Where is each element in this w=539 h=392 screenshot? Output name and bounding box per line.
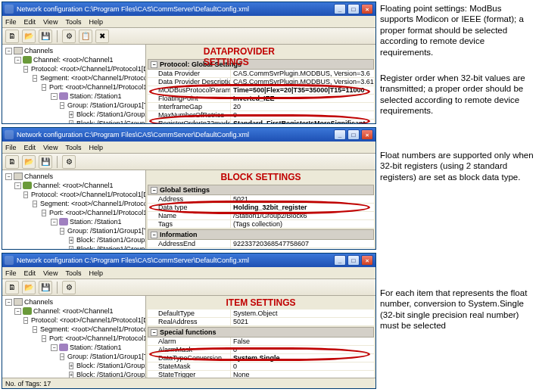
maximize-button[interactable]: □	[347, 129, 360, 140]
save-button[interactable]: 💾	[39, 155, 52, 169]
property-row[interactable]: AddressEnd92233720368547758607	[148, 240, 374, 248]
window-titlebar[interactable]: Network configuration C:\Program Files\C…	[2, 2, 375, 16]
property-row[interactable]: MODBusProtocolParametersTime=500|Flex=20…	[148, 86, 374, 95]
property-value[interactable]: System.Single	[231, 354, 374, 362]
window-title: Network configuration C:\Program Files\C…	[17, 257, 334, 264]
property-value[interactable]: 5021	[231, 318, 374, 325]
menu-file[interactable]: File	[5, 269, 17, 277]
property-value[interactable]: (Tags collection)	[231, 220, 374, 228]
property-value[interactable]: /Station1/Group2/Block6	[231, 212, 374, 219]
tool-button[interactable]: ⚙	[62, 155, 76, 169]
open-button[interactable]: 📂	[22, 30, 36, 43]
property-value[interactable]: Standard_FirstRegisterIsMoreSignificant	[231, 120, 374, 123]
property-row[interactable]: AlarmMask0	[148, 346, 374, 354]
close-button[interactable]: ×	[361, 4, 373, 14]
property-name: DefaultType	[148, 310, 231, 317]
minimize-button[interactable]: _	[334, 4, 346, 14]
close-button[interactable]: ×	[361, 129, 373, 140]
property-row[interactable]: DefaultTypeSystem.Object	[148, 310, 374, 318]
menu-help[interactable]: Help	[89, 144, 103, 151]
nav-tree[interactable]: −Channels −Channel: <root>/Channel1 −Pro…	[2, 45, 146, 123]
property-row[interactable]: StateTriggerNone	[148, 371, 374, 378]
property-value[interactable]: 0	[231, 248, 374, 249]
property-value[interactable]: System.Object	[231, 310, 374, 317]
close-button[interactable]: ×	[361, 255, 373, 266]
nav-tree[interactable]: −Channels −Channel: <root>/Channel1 −Pro…	[2, 296, 146, 378]
menu-bar: File Edit View Tools Help	[2, 142, 375, 154]
property-row[interactable]: Name/Station1/Group2/Block6	[148, 212, 374, 220]
maximize-button[interactable]: □	[347, 4, 360, 14]
menu-tools[interactable]: Tools	[65, 18, 81, 26]
new-button[interactable]: 🗎	[5, 281, 19, 294]
property-row[interactable]: StateMask0	[148, 362, 374, 371]
property-row[interactable]: RealAddress5021	[148, 318, 374, 326]
open-button[interactable]: 📂	[22, 155, 36, 169]
menu-view[interactable]: View	[43, 144, 58, 151]
property-value[interactable]: 0	[231, 362, 374, 370]
property-row[interactable]: InterframeGap20	[148, 103, 374, 111]
menu-edit[interactable]: Edit	[24, 18, 36, 26]
property-row[interactable]: DataTypeConversionSystem.Single	[148, 354, 374, 362]
property-value[interactable]: 0	[231, 111, 374, 119]
property-value[interactable]: Time=500|Flex=20|T35=35000|T15=11000	[231, 86, 374, 94]
property-value[interactable]: False	[231, 338, 374, 345]
property-value[interactable]: 5021	[231, 195, 374, 203]
menu-view[interactable]: View	[43, 18, 58, 26]
tool-button[interactable]: ⚙	[62, 30, 76, 43]
menu-file[interactable]: File	[5, 144, 17, 151]
property-group-header[interactable]: −Global Settings	[148, 185, 374, 195]
menu-edit[interactable]: Edit	[24, 144, 36, 151]
tool-button[interactable]: 📋	[79, 30, 92, 43]
property-value[interactable]: Holding_32bit_register	[231, 204, 374, 211]
property-row[interactable]: RegisterOrderIn32modeStandard_FirstRegis…	[148, 120, 374, 123]
property-group-header[interactable]: −Protocol: Global Settings	[148, 59, 374, 70]
new-button[interactable]: 🗎	[5, 30, 19, 43]
window-titlebar[interactable]: Network configuration C:\Program Files\C…	[2, 128, 375, 142]
property-name: AlarmMask	[148, 346, 231, 353]
property-row[interactable]: AlarmFalse	[148, 338, 374, 346]
property-grid: DATAPROVIDER SETTINGS −Protocol: Global …	[146, 45, 375, 123]
property-value[interactable]: 20	[231, 103, 374, 110]
new-button[interactable]: 🗎	[5, 155, 19, 169]
property-value[interactable]: None	[231, 371, 374, 378]
window-title: Network configuration C:\Program Files\C…	[17, 5, 334, 13]
property-row[interactable]: Data ProviderCAS.CommSvrPlugin.MODBUS, V…	[148, 70, 374, 78]
property-row[interactable]: FloatingPointInverted_IEE	[148, 95, 374, 103]
property-row[interactable]: Tags(Tags collection)	[148, 220, 374, 229]
property-value[interactable]: 92233720368547758607	[231, 240, 374, 247]
window-titlebar[interactable]: Network configuration C:\Program Files\C…	[2, 254, 375, 267]
property-grid: ITEM SETTINGS DefaultTypeSystem.ObjectRe…	[146, 296, 375, 378]
save-button[interactable]: 💾	[39, 281, 52, 294]
property-name: StateMask	[148, 362, 231, 370]
tool-button[interactable]: ✖	[95, 30, 109, 43]
property-name: Tags	[148, 220, 231, 228]
property-name: RealAddress	[148, 318, 231, 325]
menu-tools[interactable]: Tools	[65, 144, 81, 151]
nav-tree[interactable]: −Channels −Channel: <root>/Channel1 −Pro…	[2, 170, 146, 249]
tool-button[interactable]: ⚙	[62, 281, 76, 294]
menu-help[interactable]: Help	[89, 269, 103, 277]
annotation-text: For each item that represents the float …	[380, 288, 536, 331]
property-value[interactable]: CAS.CommSvrPlugin.MODBUS, Version=3.61.0…	[231, 78, 374, 86]
menu-tools[interactable]: Tools	[65, 269, 81, 277]
property-value[interactable]: Inverted_IEE	[231, 95, 374, 102]
minimize-button[interactable]: _	[334, 255, 346, 266]
menu-edit[interactable]: Edit	[24, 269, 36, 277]
property-row[interactable]: MaxNumberOfRetries0	[148, 111, 374, 120]
property-value[interactable]: CAS.CommSvrPlugin.MODBUS, Version=3.6	[231, 70, 374, 77]
menu-view[interactable]: View	[43, 269, 58, 277]
property-group-header[interactable]: −Information	[148, 229, 374, 240]
open-button[interactable]: 📂	[22, 281, 36, 294]
toolbar: 🗎 📂 💾 ⚙	[2, 279, 375, 296]
property-row[interactable]: Address5021	[148, 195, 374, 204]
maximize-button[interactable]: □	[347, 255, 360, 266]
property-row[interactable]: AddressStart0	[148, 248, 374, 249]
property-row[interactable]: Data typeHolding_32bit_register	[148, 204, 374, 212]
menu-help[interactable]: Help	[89, 18, 103, 26]
property-row[interactable]: Data Provider DescriptionCAS.CommSvrPlug…	[148, 78, 374, 86]
minimize-button[interactable]: _	[334, 129, 346, 140]
property-value[interactable]: 0	[231, 346, 374, 353]
menu-file[interactable]: File	[5, 18, 17, 26]
save-button[interactable]: 💾	[39, 30, 52, 43]
property-group-header[interactable]: −Special functions	[148, 327, 374, 338]
